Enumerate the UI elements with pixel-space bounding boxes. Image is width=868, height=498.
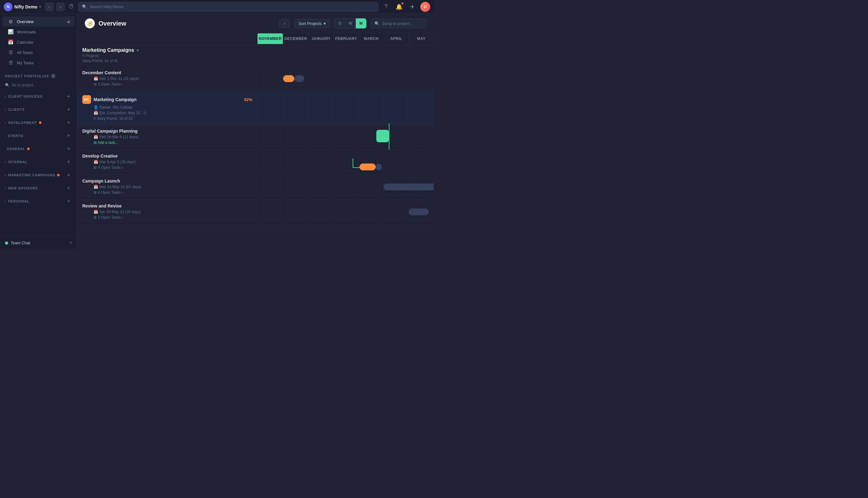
calendar-icon: 📅 (94, 77, 98, 81)
my-tasks-icon: ☰ (8, 60, 14, 66)
sidebar-item-workloads[interactable]: 📊 Workloads (2, 27, 74, 37)
team-chat-section[interactable]: Team Chat ↗ (0, 237, 77, 249)
new-advisors-add-button[interactable]: + (65, 185, 72, 192)
sort-chevron-icon: ▾ (324, 21, 326, 26)
sidebar-section-general[interactable]: GENERAL + (0, 143, 77, 155)
project-name[interactable]: Marketing Campaign (94, 97, 137, 102)
general-label: GENERAL (7, 147, 25, 151)
project-name[interactable]: Review and Revise (82, 204, 122, 208)
personal-label: PERSONAL (8, 199, 29, 203)
clients-add-button[interactable]: + (65, 106, 72, 113)
project-tasks[interactable]: ⊞ 4 Open Tasks › (82, 190, 252, 195)
project-date-range: 📅 Feb 26-Mar 8 (11 days) (82, 135, 252, 139)
client-services-chevron: › (5, 95, 6, 98)
portfolios-header: PROJECT PORTFOLIOS ? (0, 71, 77, 81)
nav-back-button[interactable]: ‹ (45, 2, 54, 11)
gantt-bar-orange[interactable] (283, 75, 294, 82)
history-button[interactable]: ⏱ (67, 2, 76, 11)
add-task-button[interactable]: ⊞ Add a task... (82, 141, 252, 145)
project-tasks[interactable]: ⊞ 3 Open Tasks › (82, 82, 252, 87)
project-name[interactable]: Campaign Launch (82, 179, 120, 183)
gantt-bar-gray[interactable] (294, 75, 304, 82)
sidebar-item-my-tasks[interactable]: ☰ My Tasks (2, 58, 74, 68)
task-count-text: 4 Open Tasks (98, 166, 121, 170)
global-search[interactable]: 🔍 Search Nifty Demo (78, 2, 379, 12)
general-add-button[interactable]: + (65, 145, 72, 152)
gantt-scroll-area[interactable]: Marketing Campaigns ▾ 5 Projects Story P… (77, 44, 434, 249)
project-story-points: # Story Points: 10 of 10 (82, 116, 252, 121)
project-search-icon: 🔍 (5, 83, 10, 87)
gantt-month-headers: NOVEMBER DECEMBER JANUARY FEBRUARY MARCH… (77, 34, 434, 44)
development-label: DEVELOPMENT (8, 121, 37, 124)
project-name-row: Campaign Launch (82, 179, 252, 183)
calendar-icon: 📅 (94, 160, 98, 164)
project-name[interactable]: Develop Creative (82, 154, 118, 158)
table-row: December Content 📅 Dec 1-Dec 31 (31 days… (77, 66, 434, 91)
project-search[interactable]: 🔍 Go to project... (0, 82, 77, 90)
view-week-button[interactable]: W (345, 18, 356, 28)
nav-my-tasks-label: My Tasks (17, 61, 34, 65)
sidebar-item-overview[interactable]: ⊙ Overview ◀ (2, 16, 74, 27)
project-timeline-digital-campaign (258, 125, 434, 149)
client-services-add-button[interactable]: + (65, 93, 72, 100)
view-day-button[interactable]: D (335, 18, 345, 28)
internal-add-button[interactable]: + (65, 158, 72, 166)
task-count-text: 3 Open Tasks (98, 215, 121, 220)
project-tasks[interactable]: ⊞ 3 Open Tasks › (82, 215, 252, 220)
gantt-bar-orange-develop[interactable] (360, 163, 376, 170)
project-tasks[interactable]: ⊞ 4 Open Tasks › (82, 166, 252, 170)
notifications-button[interactable]: 🔔 (394, 2, 404, 12)
jump-search-placeholder: Jump to project... (382, 21, 413, 26)
new-advisors-label: NEW ADVISORS (8, 186, 38, 190)
portfolios-help-icon[interactable]: ? (51, 74, 56, 79)
collapse-icon[interactable]: ◀ (66, 19, 69, 24)
send-button[interactable]: ✈ (407, 2, 417, 12)
table-row: Campaign Launch 📅 Mar 14-May 15 (63 days… (77, 175, 434, 200)
personal-add-button[interactable]: + (65, 198, 72, 205)
gantt-months: NOVEMBER DECEMBER JANUARY FEBRUARY MARCH… (258, 34, 434, 44)
app-name: Nifty Demo (14, 4, 37, 9)
marketing-campaigns-add-button[interactable]: + (65, 172, 72, 179)
sidebar-section-marketing-campaigns[interactable]: › MARKETING CAMPAIGNS + (0, 169, 77, 181)
app-logo[interactable]: N Nifty Demo ▾ (4, 2, 41, 11)
logo-icon: N (4, 2, 12, 11)
sidebar-section-personal[interactable]: › PERSONAL + (0, 195, 77, 207)
project-name[interactable]: December Content (82, 70, 121, 75)
notification-dot (401, 2, 404, 5)
sidebar-section-client-services[interactable]: › CLIENT SERVICES + (0, 91, 77, 102)
sidebar-section-clients[interactable]: › CLIENTS + (0, 104, 77, 116)
sidebar-item-all-tasks[interactable]: ☰ All Tasks (2, 48, 74, 57)
events-add-button[interactable]: + (65, 132, 72, 139)
workloads-icon: 📊 (8, 29, 14, 35)
date-range-text: Feb 26-Mar 8 (11 days) (99, 135, 138, 139)
calendar-icon: 📅 (94, 135, 98, 139)
portfolio-expand-icon[interactable]: ▾ (137, 48, 139, 53)
sidebar-section-development[interactable]: › DEVELOPMENT + (0, 117, 77, 129)
view-month-button[interactable]: M (356, 18, 366, 28)
sidebar-section-new-advisors[interactable]: › NEW ADVISORS + (0, 182, 77, 194)
sidebar-section-internal[interactable]: › INTERNAL + (0, 156, 77, 168)
table-row: MC Marketing Campaign 52% 👤 Owner: Sky C… (77, 91, 434, 125)
sidebar-section-events[interactable]: › EVENTS + (0, 130, 77, 142)
nav-forward-button[interactable]: › (56, 2, 65, 11)
jump-to-project-search[interactable]: 🔍 Jump to project... (370, 18, 426, 28)
sidebar-item-calendar[interactable]: 📅 Calendar (2, 37, 74, 47)
project-timeline-develop-creative (258, 150, 434, 174)
gantt-bar-gray-review[interactable] (409, 208, 429, 215)
nav-all-tasks-label: All Tasks (17, 50, 33, 55)
user-avatar[interactable]: U (420, 2, 430, 12)
app-layout: ⊙ Overview ◀ 📊 Workloads 📅 Calendar ☰ Al… (0, 14, 434, 249)
task-count-text: 4 Open Tasks (98, 190, 121, 195)
share-button[interactable]: ↑ (279, 19, 290, 28)
project-name[interactable]: Digital Campaign Planning (82, 129, 137, 133)
sort-projects-button[interactable]: Sort Projects ▾ (294, 19, 330, 28)
team-chat-label: Team Chat (11, 240, 30, 245)
portfolio-name[interactable]: Marketing Campaigns ▾ (82, 48, 262, 53)
project-timeline-december-content (258, 66, 434, 91)
app-dropdown-icon[interactable]: ▾ (39, 5, 41, 9)
development-add-button[interactable]: + (65, 119, 72, 126)
gantt-project-col-header (77, 34, 258, 44)
help-button[interactable]: ? (381, 2, 391, 12)
gantt-bar-gray-develop[interactable] (376, 163, 382, 170)
project-date-range: 📅 Mar 9-Apr 5 (28 days) (82, 160, 252, 164)
